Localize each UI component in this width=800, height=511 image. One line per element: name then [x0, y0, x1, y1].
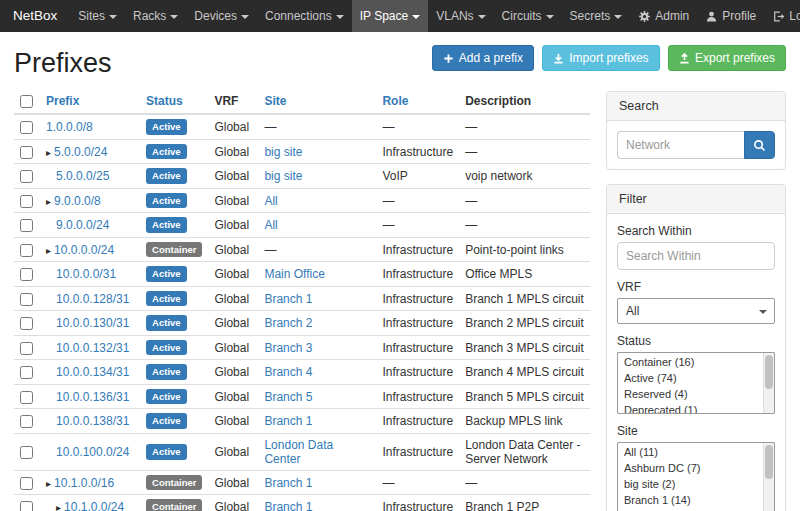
prefix-link[interactable]: 10.0.0.134/31 [56, 365, 129, 379]
site-link[interactable]: Branch 1 [264, 414, 312, 428]
search-within-input[interactable] [617, 242, 775, 270]
prefix-link[interactable]: 9.0.0.0/24 [56, 218, 109, 232]
role-text: Infrastructure [382, 145, 453, 159]
status-listbox[interactable]: Container (16)Active (74)Reserved (4)Dep… [617, 352, 775, 414]
site-listbox[interactable]: All (11)Ashburn DC (7)big site (2)Branch… [617, 442, 775, 511]
row-checkbox[interactable] [20, 342, 33, 355]
prefix-link[interactable]: 5.0.0.0/25 [56, 169, 109, 183]
site-link[interactable]: Branch 1 [264, 500, 312, 511]
nav-item-connections[interactable]: Connections [257, 0, 352, 32]
prefix-link[interactable]: 10.1.0.0/24 [64, 500, 124, 511]
status-badge: Container [146, 242, 202, 258]
row-checkbox[interactable] [20, 501, 33, 511]
sort-site-header[interactable]: Site [264, 94, 286, 108]
table-header-row: Prefix Status VRF Site Role Description [14, 89, 590, 114]
prefix-link[interactable]: 10.0.0.128/31 [56, 292, 129, 306]
description-text: Branch 1 MPLS circuit [465, 292, 584, 306]
logout-link[interactable]: Log out [764, 0, 800, 32]
row-checkbox[interactable] [20, 268, 33, 281]
filter-option[interactable]: Container (16) [618, 354, 774, 370]
site-link[interactable]: Branch 3 [264, 341, 312, 355]
vrf-select[interactable]: All [617, 298, 775, 324]
prefix-link[interactable]: 1.0.0.0/8 [46, 120, 93, 134]
prefix-link[interactable]: 10.0.0.138/31 [56, 414, 129, 428]
site-link[interactable]: big site [264, 145, 302, 159]
search-button[interactable] [744, 131, 775, 159]
description-text: Backup MPLS link [465, 414, 562, 428]
site-link[interactable]: London Data Center [264, 438, 333, 466]
vrf-text: Global [214, 414, 249, 428]
search-input[interactable] [617, 131, 744, 159]
row-checkbox[interactable] [20, 244, 33, 257]
prefix-link[interactable]: 10.0.0.0/31 [56, 267, 116, 281]
import-icon [553, 53, 564, 64]
profile-link[interactable]: Profile [697, 0, 764, 32]
site-link[interactable]: Branch 1 [264, 292, 312, 306]
nav-item-ip-space[interactable]: IP Space [352, 0, 428, 32]
row-checkbox[interactable] [20, 415, 33, 428]
prefix-link[interactable]: 10.1.0.0/16 [54, 476, 114, 490]
filter-option[interactable]: Ashburn DC (7) [618, 460, 774, 476]
row-checkbox[interactable] [20, 121, 33, 134]
row-checkbox[interactable] [20, 195, 33, 208]
filter-option[interactable]: Branch 1 (14) [618, 492, 774, 508]
expand-arrow-icon[interactable]: ▸ [46, 196, 51, 207]
table-row: ▸9.0.0.0/8 Active Global All — — [14, 188, 590, 213]
admin-link[interactable]: Admin [630, 0, 697, 32]
site-link[interactable]: big site [264, 169, 302, 183]
search-icon [753, 139, 766, 152]
status-badge: Active [146, 144, 187, 160]
expand-arrow-icon[interactable]: ▸ [56, 502, 61, 511]
filter-option[interactable]: Deprecated (1) [618, 402, 774, 414]
brand-logo[interactable]: NetBox [0, 0, 70, 32]
sort-prefix-header[interactable]: Prefix [46, 94, 79, 108]
row-checkbox[interactable] [20, 170, 33, 183]
sort-status-header[interactable]: Status [146, 94, 183, 108]
role-text: VoIP [382, 169, 407, 183]
import-prefixes-button[interactable]: Import prefixes [542, 45, 659, 71]
prefix-link[interactable]: 10.0.0.0/24 [54, 243, 114, 257]
site-link[interactable]: All [264, 218, 277, 232]
search-within-label: Search Within [617, 224, 775, 238]
prefix-link[interactable]: 10.0.0.136/31 [56, 390, 129, 404]
filter-option[interactable]: Reserved (4) [618, 386, 774, 402]
row-checkbox[interactable] [20, 293, 33, 306]
site-link[interactable]: Main Office [264, 267, 324, 281]
row-checkbox[interactable] [20, 219, 33, 232]
expand-arrow-icon[interactable]: ▸ [46, 478, 51, 489]
row-checkbox[interactable] [20, 146, 33, 159]
nav-item-devices[interactable]: Devices [186, 0, 257, 32]
row-checkbox[interactable] [20, 366, 33, 379]
caret-down-icon [614, 15, 622, 19]
nav-item-vlans[interactable]: VLANs [428, 0, 493, 32]
site-link[interactable]: All [264, 194, 277, 208]
filter-option[interactable]: All (11) [618, 444, 774, 460]
row-checkbox[interactable] [20, 317, 33, 330]
nav-item-sites[interactable]: Sites [70, 0, 125, 32]
nav-item-circuits[interactable]: Circuits [494, 0, 562, 32]
filter-option[interactable]: big site (2) [618, 476, 774, 492]
site-link[interactable]: Branch 5 [264, 390, 312, 404]
prefix-link[interactable]: 10.0.0.130/31 [56, 316, 129, 330]
nav-item-racks[interactable]: Racks [125, 0, 186, 32]
table-row: ▸10.0.0.130/31 Active Global Branch 2 In… [14, 311, 590, 336]
filter-option[interactable]: Active (74) [618, 370, 774, 386]
add-prefix-button[interactable]: Add a prefix [432, 45, 534, 71]
site-link[interactable]: Branch 4 [264, 365, 312, 379]
select-all-checkbox[interactable] [20, 95, 33, 108]
sort-role-header[interactable]: Role [382, 94, 408, 108]
row-checkbox[interactable] [20, 477, 33, 490]
row-checkbox[interactable] [20, 446, 33, 459]
export-prefixes-button[interactable]: Export prefixes [668, 45, 786, 71]
site-link[interactable]: Branch 1 [264, 476, 312, 490]
row-checkbox[interactable] [20, 391, 33, 404]
expand-arrow-icon[interactable]: ▸ [46, 245, 51, 256]
prefix-link[interactable]: 10.0.100.0/24 [56, 445, 129, 459]
role-text: Infrastructure [382, 445, 453, 459]
expand-arrow-icon[interactable]: ▸ [46, 147, 51, 158]
nav-item-secrets[interactable]: Secrets [562, 0, 631, 32]
prefix-link[interactable]: 10.0.0.132/31 [56, 341, 129, 355]
prefix-link[interactable]: 5.0.0.0/24 [54, 145, 107, 159]
site-link[interactable]: Branch 2 [264, 316, 312, 330]
prefix-link[interactable]: 9.0.0.0/8 [54, 194, 101, 208]
